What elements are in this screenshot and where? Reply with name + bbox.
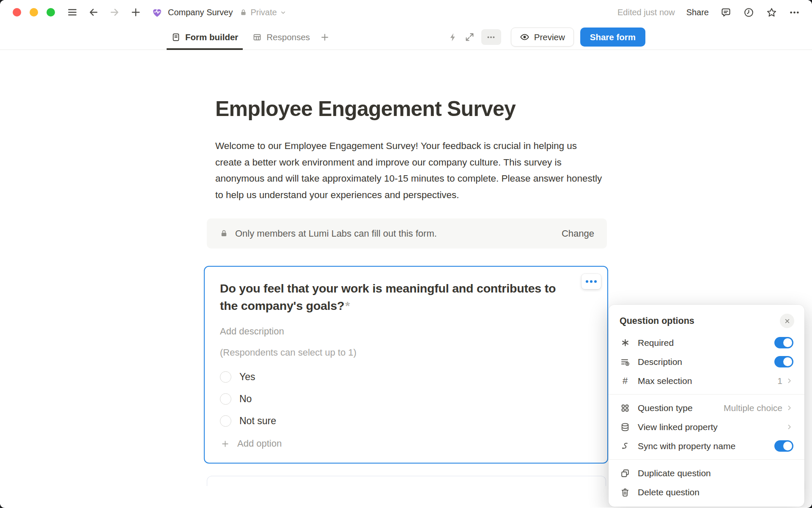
form-builder-canvas: Employee Engagement Survey Welcome to ou… [0,50,812,508]
plus-icon [320,32,330,42]
question-description-placeholder[interactable]: Add description [220,326,592,337]
lock-icon [239,8,247,17]
option-row[interactable]: Yes [220,366,592,388]
description-label: Description [638,357,682,367]
ellipsis-icon [789,7,800,18]
description-lines-icon [620,356,631,367]
chevron-right-icon [785,404,793,412]
required-row[interactable]: Required [609,333,804,352]
chevron-right-icon [785,377,793,385]
tab-form-builder[interactable]: Form builder [167,25,243,50]
hash-icon: # [620,375,631,387]
new-tab-button[interactable] [130,7,141,18]
share-button[interactable]: Share [686,8,709,17]
sync-property-label: Sync with property name [638,441,735,451]
max-selection-value: 1 [777,376,782,386]
question-type-icon [620,403,631,414]
expand-view-button[interactable] [464,32,475,42]
asterisk-icon [620,337,631,348]
close-window-button[interactable] [13,8,21,17]
tabbar-actions: Preview Share form [448,25,645,50]
question-title-text: Do you feel that your work is meaningful… [220,282,556,312]
view-tabbar: Form builder Responses Preview Sha [0,25,812,50]
history-button[interactable] [743,7,754,18]
close-popup-button[interactable] [780,314,794,328]
add-option-button[interactable]: Add option [220,433,592,454]
question-title[interactable]: Do you feel that your work is meaningful… [220,280,563,315]
favorite-button[interactable] [766,7,777,18]
lock-icon [219,229,228,238]
option-row[interactable]: Not sure [220,410,592,432]
app-window: Company Survey Private Edited just now S… [0,0,812,508]
tab-label: Responses [266,32,310,42]
breadcrumb-page-title[interactable]: Company Survey [168,8,233,17]
preview-button[interactable]: Preview [511,28,574,47]
share-form-button[interactable]: Share form [580,28,645,47]
option-label: Yes [239,371,255,383]
form-title[interactable]: Employee Engagement Survey [215,96,608,122]
question-type-row[interactable]: Question type Multiple choice [609,398,804,417]
description-toggle[interactable] [774,356,793,367]
required-label: Required [638,338,674,348]
max-selection-row[interactable]: # Max selection 1 [609,371,804,390]
back-arrow-icon [88,7,99,18]
question-more-button[interactable] [582,274,601,289]
view-linked-property-label: View linked property [638,422,718,432]
sync-property-toggle[interactable] [774,440,793,452]
sync-property-row[interactable]: Sync with property name [609,436,804,456]
privacy-dropdown[interactable]: Private [239,8,286,17]
ellipsis-icon [486,33,496,42]
form-builder-icon [171,33,181,42]
close-icon [784,318,791,325]
radio-button[interactable] [220,393,231,405]
duplicate-question-row[interactable]: Duplicate question [609,464,804,483]
star-icon [766,7,777,18]
preview-label: Preview [534,32,565,42]
option-label: No [239,393,252,405]
sync-curve-icon [620,441,631,452]
zoom-window-button[interactable] [47,8,55,17]
add-view-button[interactable] [315,25,335,50]
sidebar-toggle-button[interactable] [67,7,78,18]
required-asterisk: * [345,299,350,312]
more-options-button[interactable] [789,7,800,18]
radio-button[interactable] [220,415,231,427]
delete-question-row[interactable]: Delete question [609,483,804,502]
view-more-options-button[interactable] [481,29,501,45]
plus-icon [220,439,230,449]
comments-button[interactable] [720,7,732,18]
option-row[interactable]: No [220,388,592,410]
radio-button[interactable] [220,371,231,383]
tab-responses[interactable]: Responses [248,25,315,50]
required-toggle[interactable] [774,337,793,348]
duplicate-question-label: Duplicate question [638,468,711,478]
access-notice-text: Only members at Lumi Labs can fill out t… [235,228,437,239]
divider [609,394,804,395]
comment-bubble-icon [720,7,732,18]
duplicate-icon [620,468,631,479]
chevron-down-icon [280,9,286,16]
view-linked-property-row[interactable]: View linked property [609,417,804,436]
minimize-window-button[interactable] [30,8,38,17]
plus-icon [130,7,141,18]
share-form-label: Share form [590,32,636,42]
chevron-right-icon [785,423,793,431]
change-access-button[interactable]: Change [562,228,594,239]
question-type-label: Question type [638,403,693,413]
lightning-bolt-icon [448,32,458,42]
page-heart-pulse-icon [151,7,163,18]
automations-button[interactable] [448,32,458,42]
titlebar: Company Survey Private Edited just now S… [0,0,812,25]
back-button[interactable] [88,7,99,18]
divider [609,459,804,460]
delete-question-label: Delete question [638,487,700,497]
description-row[interactable]: Description [609,352,804,371]
edited-status: Edited just now [617,8,675,17]
question-card[interactable]: Do you feel that your work is meaningful… [204,266,608,464]
max-selection-label: Max selection [638,376,692,386]
popup-title: Question options [620,316,694,326]
titlebar-actions: Edited just now Share [617,7,800,18]
form-description[interactable]: Welcome to our Employee Engagement Surve… [215,138,604,203]
forward-button[interactable] [109,7,120,18]
next-question-card-edge [207,476,606,486]
